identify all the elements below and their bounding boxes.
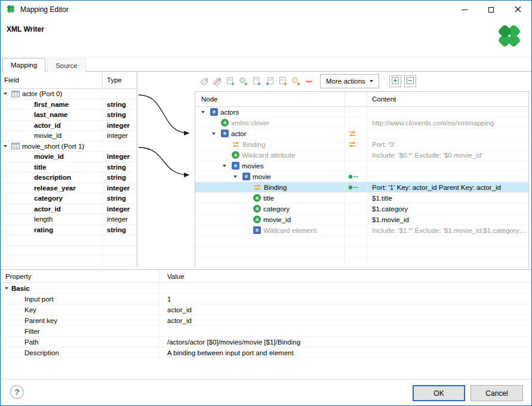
- field-name: rating: [34, 226, 53, 233]
- node-label: movies: [242, 162, 263, 170]
- tree-row-selected[interactable]: Binding Port: '1' Key: actor_id Parent K…: [195, 182, 528, 193]
- property-value[interactable]: actor_id: [159, 304, 531, 315]
- field-row[interactable]: description string: [1, 173, 137, 183]
- properties-panel: Property Value Basic Input port 1 Key ac…: [1, 269, 531, 379]
- question-icon: ?: [15, 387, 20, 396]
- tree-row[interactable]: Binding Port: '0': [195, 139, 528, 150]
- field-type: integer: [107, 132, 128, 139]
- attribute-icon: a: [221, 119, 229, 127]
- expand-arrow-icon[interactable]: [212, 133, 216, 135]
- remove-node-icon[interactable]: [304, 76, 314, 87]
- element-icon: e: [210, 108, 218, 116]
- property-value[interactable]: [159, 326, 531, 336]
- property-row: Path /actors/actor [$0]/movies/movie [$1…: [1, 337, 531, 347]
- expand-arrow-icon[interactable]: [4, 93, 7, 95]
- help-button[interactable]: ?: [10, 385, 24, 399]
- property-name: Filter: [1, 326, 159, 336]
- property-name: Input port: [1, 294, 159, 304]
- field-type: integer: [107, 205, 130, 213]
- tab-mapping[interactable]: Mapping: [2, 58, 45, 72]
- add-child-element-icon[interactable]: [225, 76, 235, 87]
- binding-icon: [253, 184, 262, 191]
- maximize-button[interactable]: [478, 1, 505, 19]
- add-sibling-element-before-icon[interactable]: [251, 76, 262, 87]
- collapse-all-button[interactable]: [404, 75, 416, 87]
- add-wildcard-attribute-icon[interactable]: [291, 76, 301, 87]
- maximize-icon: [488, 7, 494, 13]
- port-group-row[interactable]: movie_short (Port 1): [1, 142, 137, 152]
- field-name: first_name: [34, 101, 69, 108]
- expand-arrow-icon[interactable]: [5, 287, 8, 290]
- expand-all-button[interactable]: [389, 75, 401, 87]
- field-row[interactable]: actor_id integer: [1, 121, 137, 131]
- add-attribute-icon[interactable]: [238, 76, 248, 87]
- empty-row: [1, 256, 137, 267]
- node-content: Port: '1' Key: actor_id Parent Key: acto…: [367, 182, 528, 192]
- binding-icon: [348, 141, 356, 148]
- field-row[interactable]: movie_id integer: [1, 152, 137, 162]
- binding-icon: [348, 130, 356, 137]
- node-label: Wildcard attribute: [242, 152, 295, 159]
- property-value[interactable]: A binding between input port and element: [159, 347, 531, 358]
- node-label: movie_id: [263, 216, 291, 223]
- property-row: Key actor_id: [1, 304, 531, 315]
- field-row[interactable]: actor_id integer: [1, 204, 137, 215]
- add-sibling-element-after-icon[interactable]: [265, 76, 275, 87]
- field-row[interactable]: category string: [1, 193, 137, 204]
- minimize-button[interactable]: [451, 1, 478, 19]
- tree-row[interactable]: e movies: [195, 161, 528, 171]
- property-value[interactable]: 1: [159, 294, 531, 304]
- tab-bar: Mapping Source: [1, 57, 531, 72]
- create-binding-icon[interactable]: [199, 76, 209, 87]
- tab-source[interactable]: Source: [47, 59, 85, 72]
- tree-row[interactable]: a movie_id $1.movie_id: [195, 214, 528, 225]
- field-name: title: [34, 164, 46, 171]
- expand-arrow-icon[interactable]: [4, 145, 7, 147]
- tree-row[interactable]: a title $1.title: [195, 193, 528, 204]
- empty-row: [195, 257, 528, 268]
- property-name: Path: [1, 337, 159, 347]
- empty-row: [1, 246, 137, 257]
- tree-row[interactable]: a Wildcard attribute Include: '$0.*' Exc…: [195, 150, 528, 161]
- tree-row[interactable]: e actor: [195, 128, 528, 139]
- tree-row[interactable]: e movie: [195, 171, 528, 182]
- port-group-row[interactable]: actor (Port 0): [1, 89, 137, 100]
- tree-row[interactable]: e actors: [195, 107, 528, 118]
- cancel-button[interactable]: Cancel: [471, 385, 523, 401]
- tree-row[interactable]: a category $1.category: [195, 204, 528, 214]
- input-fields-panel: Field Type actor (Port 0) first_name str…: [1, 72, 137, 267]
- field-row[interactable]: movie_id integer: [1, 131, 137, 142]
- minimize-icon: [462, 10, 468, 10]
- field-row[interactable]: length integer: [1, 214, 137, 225]
- node-content: $1.movie_id: [367, 214, 528, 224]
- expand-arrow-icon[interactable]: [233, 176, 237, 178]
- expand-arrow-icon[interactable]: [223, 165, 226, 167]
- mapping-editor-window: Mapping Editor XML Writer Mapping Source: [0, 0, 532, 406]
- close-button[interactable]: [505, 1, 531, 19]
- property-value[interactable]: /actors/actor [$0]/movies/movie [$1]/Bin…: [159, 337, 531, 347]
- clear-bindings-icon[interactable]: [212, 76, 222, 87]
- node-content: Include: '$0.*' Exclude: '$0.movie_id': [367, 150, 528, 160]
- field-name: last_name: [34, 111, 67, 118]
- field-row[interactable]: first_name string: [1, 100, 137, 110]
- field-type: string: [107, 111, 126, 118]
- field-row[interactable]: rating string: [1, 225, 137, 236]
- attribute-icon: a: [253, 205, 261, 213]
- field-name: release_year: [34, 184, 76, 192]
- node-label: Binding: [264, 184, 287, 191]
- tree-row[interactable]: a xmlns:clover http://www.cloverdx.com/n…: [195, 118, 528, 128]
- value-column-header: Value: [159, 270, 531, 282]
- field-row[interactable]: title string: [1, 162, 137, 173]
- ok-button[interactable]: OK: [413, 385, 465, 401]
- node-label: xmlns:clover: [231, 119, 269, 127]
- field-row[interactable]: release_year integer: [1, 183, 137, 194]
- more-actions-button[interactable]: More actions: [320, 74, 379, 88]
- add-wildcard-element-icon[interactable]: *: [278, 76, 288, 87]
- title-bar[interactable]: Mapping Editor: [1, 1, 531, 19]
- property-value[interactable]: actor_id: [159, 315, 531, 325]
- window-title: Mapping Editor: [20, 5, 69, 14]
- property-section-row[interactable]: Basic: [1, 283, 531, 294]
- tree-row[interactable]: e Wildcard element Include: '$1.*' Exclu…: [195, 225, 528, 236]
- expand-arrow-icon[interactable]: [201, 111, 205, 113]
- field-row[interactable]: last_name string: [1, 110, 137, 121]
